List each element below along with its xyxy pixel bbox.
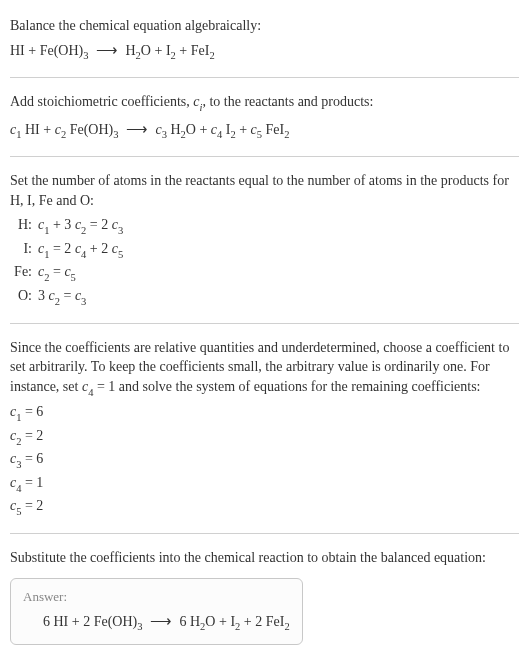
sub: 4: [81, 249, 86, 260]
sub: 2: [16, 436, 21, 447]
atom-label: I:: [12, 238, 38, 262]
coef: 2: [83, 614, 94, 629]
atom-row-o: O: 3 c2 = c3: [12, 285, 519, 309]
divider: [10, 77, 519, 78]
section-atom-balance: Set the number of atoms in the reactants…: [10, 163, 519, 316]
answer-box: Answer: 6 HI + 2 Fe(OH)3 ⟶ 6 H2O + I2 + …: [10, 578, 303, 646]
sub: 5: [118, 249, 123, 260]
plus: +: [25, 43, 40, 58]
prompt-text: Balance the chemical equation algebraica…: [10, 16, 519, 36]
c3: c: [155, 122, 161, 137]
arrow-icon: ⟶: [122, 120, 152, 137]
coef-row: c5 = 2: [10, 495, 519, 519]
coefficient-list: c1 = 6 c2 = 2 c3 = 6 c4 = 1 c5 = 2: [10, 401, 519, 519]
text: Add stoichiometric coefficients,: [10, 94, 193, 109]
plus: +: [215, 614, 230, 629]
coeff-equation: c1 HI + c2 Fe(OH)3 ⟶ c3 H2O + c4 I2 + c5…: [10, 117, 519, 143]
h: H: [190, 614, 200, 629]
sub: 1: [44, 249, 49, 260]
c2: c: [55, 122, 61, 137]
text: + 3: [49, 217, 71, 232]
unbalanced-equation: HI + Fe(OH)3 ⟶ H2O + I2 + FeI2: [10, 38, 519, 64]
arrow-icon: ⟶: [92, 41, 122, 58]
sub1: 1: [16, 129, 21, 140]
text: + 2: [86, 241, 108, 256]
sub3: 3: [113, 129, 118, 140]
val: = 1: [21, 475, 43, 490]
coef-row: c1 = 6: [10, 401, 519, 425]
atom-balance-table: H: c1 + 3 c2 = 2 c3 I: c1 = 2 c4 + 2 c5 …: [12, 214, 519, 308]
val: = 6: [21, 404, 43, 419]
section-solve: Since the coefficients are relative quan…: [10, 330, 519, 527]
plus: +: [176, 43, 191, 58]
plus: +: [151, 43, 166, 58]
text: and solve the system of equations for th…: [115, 379, 480, 394]
sub: 3: [16, 459, 21, 470]
val: = 2: [21, 498, 43, 513]
sub: 4: [88, 387, 93, 398]
atom-equation: c1 + 3 c2 = 2 c3: [38, 214, 519, 238]
instruction-text: Add stoichiometric coefficients, ci, to …: [10, 92, 519, 114]
section-problem: Balance the chemical equation algebraica…: [10, 8, 519, 71]
sub: 5: [16, 506, 21, 517]
balanced-equation: 6 HI + 2 Fe(OH)3 ⟶ 6 H2O + I2 + 2 FeI2: [23, 609, 290, 635]
c5: c: [251, 122, 257, 137]
c: c: [49, 288, 55, 303]
product-i: I: [166, 43, 171, 58]
sub4: 4: [217, 129, 222, 140]
sub2: 2: [284, 129, 289, 140]
coef-row: c2 = 2: [10, 425, 519, 449]
atom-label: Fe:: [12, 261, 38, 285]
sub2: 2: [61, 129, 66, 140]
fei: FeI: [266, 614, 285, 629]
reactant-hi: HI: [10, 43, 25, 58]
sub: 1: [16, 412, 21, 423]
text: , to the reactants and products:: [202, 94, 373, 109]
sub3: 3: [162, 129, 167, 140]
sub: 1: [44, 225, 49, 236]
coef: 6: [179, 614, 190, 629]
o: O: [186, 122, 196, 137]
product-o: O: [141, 43, 151, 58]
feoh: Fe(OH): [70, 122, 114, 137]
o: O: [205, 614, 215, 629]
subscript-2: 2: [171, 50, 176, 61]
sub: 2: [235, 621, 240, 632]
sub: 2: [44, 272, 49, 283]
sub: 3: [118, 225, 123, 236]
sub: 5: [71, 272, 76, 283]
instruction-text: Set the number of atoms in the reactants…: [10, 171, 519, 210]
subscript-2: 2: [136, 50, 141, 61]
fei: FeI: [266, 122, 285, 137]
text: = 2: [49, 241, 71, 256]
text: = 1: [93, 379, 115, 394]
hi: HI: [54, 614, 69, 629]
subscript-2: 2: [209, 50, 214, 61]
sub: 2: [284, 621, 289, 632]
atom-label: H:: [12, 214, 38, 238]
sub2: 2: [181, 129, 186, 140]
feoh: Fe(OH): [94, 614, 138, 629]
coef: 6: [43, 614, 54, 629]
product-h: H: [125, 43, 135, 58]
text: 3: [38, 288, 45, 303]
plus: +: [240, 614, 255, 629]
sub: 2: [81, 225, 86, 236]
h: H: [170, 122, 180, 137]
coef: 2: [255, 614, 266, 629]
instruction-text: Since the coefficients are relative quan…: [10, 338, 519, 400]
atom-equation: 3 c2 = c3: [38, 285, 519, 309]
atom-equation: c1 = 2 c4 + 2 c5: [38, 238, 519, 262]
sub: 4: [16, 483, 21, 494]
answer-label: Answer:: [23, 589, 290, 605]
atom-equation: c2 = c5: [38, 261, 519, 285]
hi: HI: [25, 122, 40, 137]
reactant-feoh: Fe(OH): [40, 43, 84, 58]
plus: +: [236, 122, 251, 137]
coef-row: c4 = 1: [10, 472, 519, 496]
divider: [10, 323, 519, 324]
divider: [10, 156, 519, 157]
atom-label: O:: [12, 285, 38, 309]
coef-row: c3 = 6: [10, 448, 519, 472]
text: =: [60, 288, 75, 303]
